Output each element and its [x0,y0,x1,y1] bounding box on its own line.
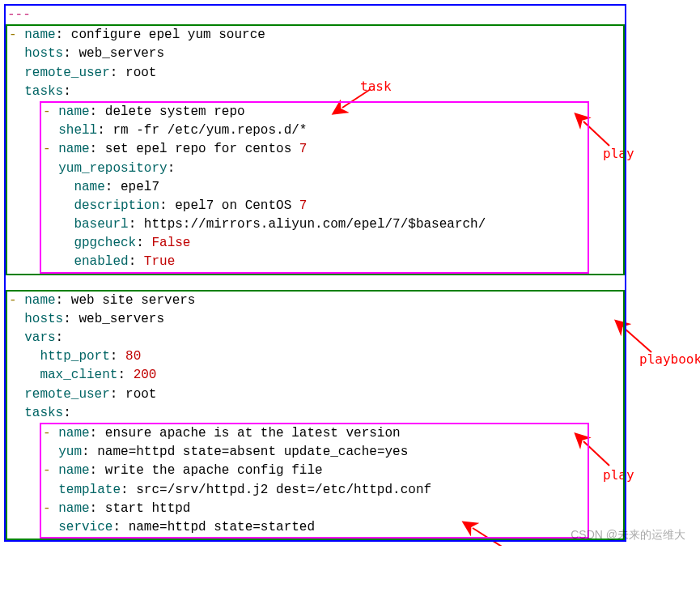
code-line: description: epel7 on CentOS 7 [41,197,588,215]
play-box-1: - name: configure epel yum source hosts:… [6,24,625,275]
code-line: - name: ensure apache is at the latest v… [41,424,588,443]
code-line: hosts: web_servers [7,310,623,329]
code-line: gpgcheck: False [41,234,588,253]
label-playbook: playbook [639,350,700,368]
code-line: tasks: [7,404,623,423]
code-line: enabled: True [41,253,588,271]
code-line: - name: write the apache config file [41,462,588,480]
code-line: - name: start httpd [41,500,588,518]
code-line: service: name=httpd state=started [41,518,588,537]
svg-line-2 [624,328,651,352]
code-line: name: epel7 [41,178,588,197]
code-line: template: src=/srv/httpd.j2 dest=/etc/ht… [41,481,588,500]
code-line: max_client: 200 [7,366,623,385]
playbook-container: --- - name: configure epel yum source ho… [4,4,626,542]
code-line: shell: rm -fr /etc/yum.repos.d/* [41,121,588,140]
code-line: yum_repository: [41,160,588,178]
code-line: hosts: web_servers [7,45,623,63]
code-line: remote_user: root [7,385,623,404]
task-box-1: - name: delete system repo shell: rm -fr… [40,101,589,274]
code-line: yum: name=httpd state=absent update_cach… [41,443,588,462]
code-line: - name: web site servers [7,292,623,310]
code-line: - name: set epel repo for centos 7 [41,140,588,159]
code-line: tasks: [7,83,623,101]
code-line: remote_user: root [7,64,623,83]
code-line: - name: delete system repo [41,103,588,121]
code-line: baseurl: https://mirrors.aliyun.com/epel… [41,215,588,234]
watermark-text: CSDN @未来的运维大 [571,526,685,543]
yaml-doc-start: --- [7,7,31,22]
code-line: http_port: 80 [7,347,623,366]
task-box-2: - name: ensure apache is at the latest v… [40,423,589,539]
code-line: - name: configure epel yum source [7,26,623,45]
play-box-2: - name: web site servers hosts: web_serv… [6,290,625,540]
code-line: vars: [7,329,623,347]
